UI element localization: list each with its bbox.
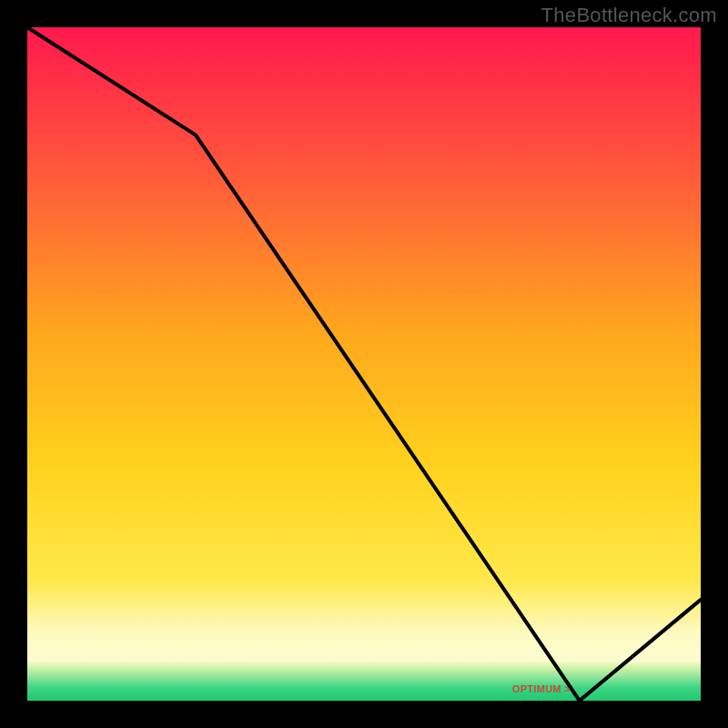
plot-area: OPTIMUM > bbox=[27, 27, 701, 701]
svg-rect-0 bbox=[27, 27, 701, 701]
background-gradient bbox=[27, 27, 701, 701]
watermark-text: TheBottleneck.com bbox=[541, 4, 717, 27]
chart-wrapper: TheBottleneck.com bbox=[0, 0, 728, 728]
optimal-badge: OPTIMUM > bbox=[512, 683, 571, 694]
